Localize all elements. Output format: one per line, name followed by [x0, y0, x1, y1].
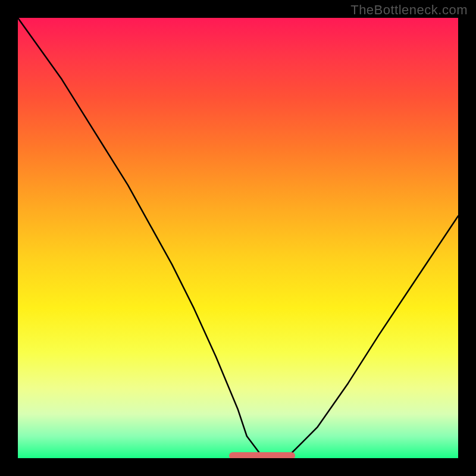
- chart-frame: TheBottleneck.com: [0, 0, 476, 476]
- plot-area: [18, 18, 458, 458]
- watermark-text: TheBottleneck.com: [350, 2, 468, 18]
- accent-segment: [229, 452, 295, 458]
- chart-curve: [18, 18, 458, 458]
